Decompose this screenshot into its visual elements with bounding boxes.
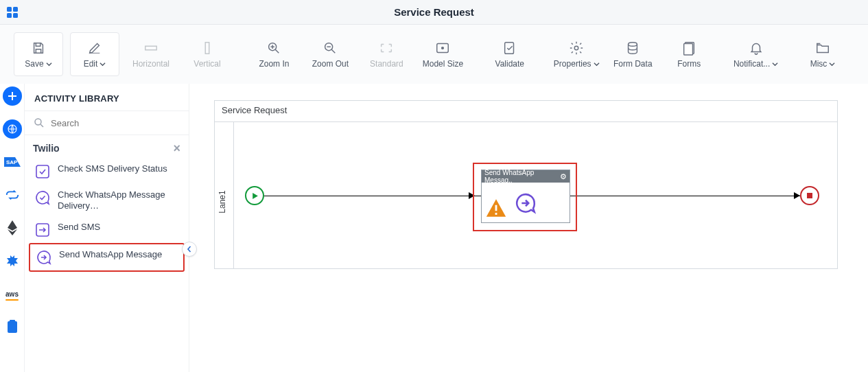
app-header: Service Request — [0, 0, 868, 25]
notifications-button[interactable]: Notificat... — [731, 32, 781, 76]
form-data-button[interactable]: Form Data — [608, 32, 657, 76]
misc-button[interactable]: Misc — [798, 32, 847, 76]
zoom-in-icon — [266, 40, 282, 56]
svg-rect-10 — [504, 43, 513, 54]
chat-send-icon — [514, 191, 537, 215]
activity-item-check-sms[interactable]: Check SMS Delivery Status — [29, 159, 185, 185]
forms-icon — [681, 40, 697, 56]
zoom-out-label: Zoom Out — [312, 59, 349, 69]
activity-label: Check SMS Delivery Status — [58, 163, 167, 174]
warning-icon — [484, 196, 508, 222]
rail-loop[interactable] — [3, 185, 22, 205]
svg-rect-2 — [7, 13, 12, 18]
svg-rect-20 — [36, 165, 49, 178]
search-input[interactable] — [51, 118, 180, 128]
forms-label: Forms — [677, 59, 701, 69]
rail-eth[interactable] — [3, 218, 22, 237]
standard-icon — [378, 40, 395, 56]
notifications-label: Notificat... — [734, 59, 770, 69]
zoom-out-button[interactable]: Zoom Out — [305, 32, 355, 76]
gear-icon[interactable]: ⚙ — [560, 172, 567, 181]
main-body: SAP aws ACTIVITY LIBRARY Twilio × Check … — [0, 84, 868, 372]
zoom-in-button[interactable]: Zoom In — [249, 32, 298, 76]
model-size-label: Model Size — [423, 59, 463, 69]
add-button[interactable] — [3, 86, 22, 106]
close-category-button[interactable]: × — [173, 142, 180, 154]
svg-rect-17 — [8, 321, 17, 333]
chevron-down-icon — [46, 61, 52, 67]
canvas-wrap: Service Request Lane1 Send WhatsApp Mess… — [189, 84, 868, 372]
app-logo[interactable] — [0, 6, 25, 19]
edit-icon — [86, 40, 103, 56]
properties-label: Properties — [554, 59, 591, 69]
save-button[interactable]: Save — [14, 32, 63, 76]
activity-list: Check SMS Delivery Status Check WhatsApp… — [25, 159, 189, 276]
zoom-in-label: Zoom In — [259, 59, 289, 69]
arrowhead-icon — [794, 192, 800, 199]
sap-icon: SAP — [4, 157, 21, 167]
aws-icon: aws — [5, 290, 19, 298]
save-label: Save — [25, 59, 43, 69]
send-square-icon — [34, 222, 51, 238]
lane-label: Lane1 — [218, 190, 227, 213]
plus-icon — [8, 91, 17, 101]
end-node[interactable] — [800, 186, 819, 205]
process-canvas[interactable]: Service Request Lane1 Send WhatsApp Mess… — [214, 100, 838, 269]
rail-clipboard[interactable] — [3, 317, 22, 336]
collapse-panel-button[interactable] — [182, 242, 197, 257]
vertical-button[interactable]: Vertical — [183, 32, 232, 76]
edit-label: Edit — [84, 59, 98, 69]
rail-puzzle[interactable] — [3, 251, 22, 270]
horizontal-label: Horizontal — [132, 59, 169, 69]
play-icon — [251, 192, 259, 200]
chevron-down-icon — [772, 61, 778, 67]
svg-point-11 — [574, 46, 578, 50]
svg-text:SAP: SAP — [6, 159, 18, 165]
node-body — [482, 183, 570, 224]
node-title: Send WhatsApp Messag.. — [484, 169, 560, 184]
activity-node[interactable]: Send WhatsApp Messag.. ⚙ — [481, 170, 570, 223]
standard-button[interactable]: Standard — [362, 32, 411, 76]
grid-icon — [6, 6, 19, 19]
rail-sap[interactable]: SAP — [3, 152, 22, 172]
activity-item-send-sms[interactable]: Send SMS — [29, 217, 185, 243]
activity-item-send-whatsapp[interactable]: Send WhatsApp Message — [29, 243, 185, 272]
forms-button[interactable]: Forms — [664, 32, 714, 76]
validate-button[interactable]: Validate — [485, 32, 535, 76]
vertical-icon — [199, 40, 215, 56]
activity-label: Send SMS — [58, 222, 100, 233]
svg-point-12 — [629, 43, 637, 47]
svg-rect-1 — [13, 7, 18, 12]
edit-button[interactable]: Edit — [70, 32, 119, 76]
svg-rect-4 — [145, 46, 157, 50]
vertical-label: Vertical — [193, 59, 220, 69]
bell-icon — [748, 40, 764, 56]
chat-check-icon — [34, 189, 51, 206]
loop-icon — [5, 189, 20, 200]
svg-rect-0 — [7, 7, 12, 12]
chevron-down-icon — [99, 61, 106, 67]
svg-rect-3 — [13, 13, 18, 18]
model-size-icon — [434, 40, 451, 56]
svg-rect-14 — [684, 44, 693, 56]
category-name: Twilio — [33, 143, 60, 154]
search-icon — [33, 117, 45, 129]
properties-button[interactable]: Properties — [552, 32, 601, 76]
toolbar: Save Edit Horizontal Vertical Zoom In Zo… — [0, 25, 868, 84]
activity-item-check-whatsapp[interactable]: Check WhatsApp Message Delivery… — [29, 185, 185, 217]
save-icon — [30, 40, 47, 56]
chat-send-icon — [36, 249, 52, 266]
activity-library-panel: ACTIVITY LIBRARY Twilio × Check SMS Deli… — [25, 84, 189, 372]
chevron-down-icon — [594, 61, 600, 67]
start-node[interactable] — [245, 186, 264, 205]
process-name: Service Request — [222, 105, 287, 115]
zoom-out-icon — [322, 40, 338, 56]
rail-aws[interactable]: aws — [3, 284, 22, 303]
horizontal-button[interactable]: Horizontal — [126, 32, 176, 76]
puzzle-icon — [5, 254, 19, 268]
check-square-icon — [34, 163, 51, 180]
globe-button[interactable] — [3, 119, 22, 139]
model-size-button[interactable]: Model Size — [418, 32, 467, 76]
svg-rect-18 — [10, 320, 15, 323]
node-header: Send WhatsApp Messag.. ⚙ — [482, 170, 570, 183]
